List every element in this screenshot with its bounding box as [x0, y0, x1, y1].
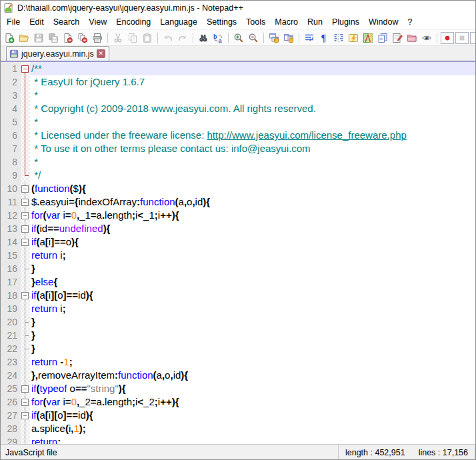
code-line-text[interactable]: *: [30, 89, 475, 102]
file-monitoring-icon[interactable]: [419, 31, 434, 45]
fold-marker[interactable]: [21, 209, 30, 222]
function-list-icon[interactable]: [390, 31, 405, 45]
code-line-text[interactable]: if(a[i][o]==id){: [30, 289, 475, 302]
code-line-text[interactable]: for(var i=0,_2=a.length;i<_2;i++){: [30, 395, 475, 409]
code-line-text[interactable]: }: [30, 342, 475, 355]
code-line: 10(function($){: [1, 182, 475, 195]
sync-vertical-scroll-icon[interactable]: [267, 31, 281, 45]
code-line-text[interactable]: * Copyright (c) 2009-2018 www.jeasyui.co…: [30, 102, 475, 115]
line-number: 6: [1, 129, 21, 142]
menu-window[interactable]: Window: [364, 15, 403, 29]
code-line: 11$.easyui={indexOfArray:function(a,o,id…: [1, 195, 475, 209]
fold-marker[interactable]: [21, 195, 30, 209]
fold-marker[interactable]: [21, 182, 30, 195]
menu-macro[interactable]: Macro: [270, 15, 303, 29]
menu-tools[interactable]: Tools: [241, 15, 270, 29]
code-line-text[interactable]: if(a[i]==o){: [30, 235, 475, 249]
code-line-text[interactable]: (function($){: [30, 182, 475, 195]
code-line-text[interactable]: $.easyui={indexOfArray:function(a,o,id){: [30, 195, 475, 209]
code-line-text[interactable]: }else{: [30, 275, 475, 289]
fold-marker[interactable]: [21, 409, 30, 422]
code-line-text[interactable]: * Licensed under the freeware license: h…: [30, 129, 475, 142]
find-icon[interactable]: [196, 31, 211, 45]
code-line-text[interactable]: if(typeof o=="string"){: [30, 382, 475, 395]
fold-guide: [21, 369, 30, 382]
fold-marker[interactable]: [21, 222, 30, 235]
notepadpp-window: D:\thaiall.com\jquery-easyui\jquery.easy…: [0, 0, 476, 460]
code-line-text[interactable]: for(var i=0,_1=a.length;i<_1;i++){: [30, 209, 475, 222]
line-number: 27: [1, 409, 21, 422]
status-doc-type: JavaScript file: [1, 448, 338, 457]
fold-marker[interactable]: [21, 62, 30, 75]
fold-marker[interactable]: [21, 235, 30, 249]
line-number: 12: [1, 209, 21, 222]
code-line: 19return i;: [1, 302, 475, 315]
menu-run[interactable]: Run: [303, 15, 327, 29]
code-line-text[interactable]: *: [30, 155, 475, 169]
code-line-text[interactable]: a.splice(i,1);: [30, 422, 475, 435]
code-line-text[interactable]: if(id==undefined){: [30, 222, 475, 235]
folder-as-workspace-icon[interactable]: [405, 31, 419, 45]
code-line-text[interactable]: /**: [30, 62, 475, 75]
code-line-text[interactable]: return;: [30, 435, 475, 444]
print-icon[interactable]: [90, 31, 105, 45]
close-all-icon[interactable]: [75, 31, 90, 45]
code-line-text[interactable]: }: [30, 315, 475, 329]
menu-search[interactable]: Search: [49, 15, 85, 29]
zoom-out-icon[interactable]: [246, 31, 261, 45]
fold-guide: [21, 302, 30, 315]
code-line: 7 * To use it on other terms please cont…: [1, 142, 475, 155]
new-file-icon[interactable]: [2, 31, 17, 45]
document-switcher-icon[interactable]: [375, 31, 390, 45]
close-file-icon[interactable]: [61, 31, 75, 45]
word-wrap-icon[interactable]: [302, 31, 317, 45]
code-line: 23return -1;: [1, 355, 475, 369]
indent-guide-icon[interactable]: [331, 31, 346, 45]
code-line-text[interactable]: */: [30, 169, 475, 182]
code-line-text[interactable]: return i;: [30, 249, 475, 262]
fold-guide: [21, 75, 30, 89]
fold-guide: [21, 262, 30, 275]
show-all-characters-icon[interactable]: ¶: [317, 31, 331, 45]
code-line-text[interactable]: return i;: [30, 302, 475, 315]
tab-jquery-easyui[interactable]: jquery.easyui.min.js ✕: [6, 46, 109, 61]
fold-guide: [21, 355, 30, 369]
code-line-text[interactable]: *: [30, 115, 475, 129]
code-line-text[interactable]: }: [30, 262, 475, 275]
menu-edit[interactable]: Edit: [25, 15, 49, 29]
tab-bar: jquery.easyui.min.js ✕: [1, 46, 475, 62]
code-line-text[interactable]: },removeArrayItem:function(a,o,id){: [30, 369, 475, 382]
menu-settings[interactable]: Settings: [202, 15, 241, 29]
code-line-text[interactable]: * To use it on other terms please contac…: [30, 142, 475, 155]
tab-close-icon[interactable]: ✕: [97, 49, 105, 58]
fold-guide: [21, 115, 30, 129]
user-defined-language-icon[interactable]: [346, 31, 361, 45]
fold-marker[interactable]: [21, 289, 30, 302]
code-editor[interactable]: 1/**2 * EasyUI for jQuery 1.6.73 *4 * Co…: [1, 62, 475, 444]
menu-encoding[interactable]: Encoding: [111, 15, 155, 29]
open-file-icon[interactable]: [17, 31, 31, 45]
svg-text:a: a: [219, 37, 223, 43]
menu-plugins[interactable]: Plugins: [327, 15, 364, 29]
menu-help[interactable]: ?: [403, 15, 417, 29]
svg-text:b: b: [213, 33, 217, 40]
code-line: 15return i;: [1, 249, 475, 262]
code-line-text[interactable]: * EasyUI for jQuery 1.6.7: [30, 75, 475, 89]
sync-horizontal-scroll-icon[interactable]: [281, 31, 296, 45]
replace-icon[interactable]: ba: [211, 31, 225, 45]
menu-view[interactable]: View: [84, 15, 111, 29]
code-line-text[interactable]: return -1;: [30, 355, 475, 369]
document-map-icon[interactable]: [361, 31, 375, 45]
code-line-text[interactable]: }: [30, 329, 475, 342]
macro-stop-icon: [455, 32, 469, 44]
macro-record-icon[interactable]: [441, 32, 454, 44]
code-line: 26for(var i=0,_2=a.length;i<_2;i++){: [1, 395, 475, 409]
menu-language[interactable]: Language: [155, 15, 202, 29]
cut-icon: [111, 31, 125, 45]
fold-marker[interactable]: [21, 382, 30, 395]
menu-file[interactable]: File: [2, 15, 25, 29]
code-line: 6 * Licensed under the freeware license:…: [1, 129, 475, 142]
zoom-in-icon[interactable]: [231, 31, 246, 45]
code-line-text[interactable]: if(a[i][o]==id){: [30, 409, 475, 422]
fold-marker[interactable]: [21, 395, 30, 409]
